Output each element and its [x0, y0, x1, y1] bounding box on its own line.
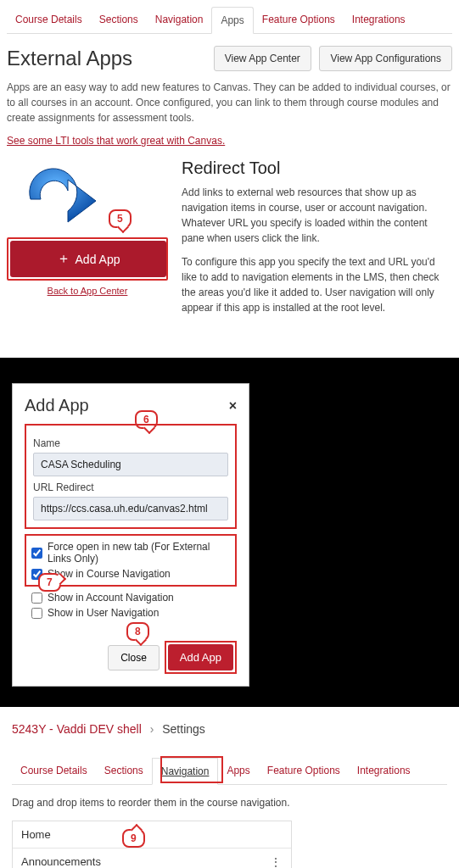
callout-5: 5 [109, 209, 132, 228]
tool-description-1: Add links to external web resources that… [182, 185, 452, 246]
nav-item-label: Announcements [21, 855, 101, 868]
tab-navigation[interactable]: Navigation [147, 7, 212, 33]
form-fields-highlight: Name URL Redirect [25, 424, 237, 529]
dialog-backdrop: Add App × 6 Name URL Redirect Force open… [0, 358, 459, 697]
add-app-highlight: ＋ Add App [7, 237, 168, 281]
breadcrumb: 5243Y - Vaddi DEV shell › Settings [12, 715, 447, 743]
add-app-submit-button[interactable]: Add App [168, 644, 233, 670]
url-field[interactable] [33, 497, 228, 520]
view-app-configurations-button[interactable]: View App Configurations [319, 46, 452, 71]
tab-navigation-2[interactable]: Navigation [152, 758, 219, 785]
callout-8: 8 [126, 622, 149, 641]
tab-course-details[interactable]: Course Details [7, 7, 91, 33]
breadcrumb-page: Settings [162, 722, 205, 736]
dialog-title: Add App [25, 396, 89, 415]
navigation-list: HomeAnnouncements⋮CASA Scheduling⋮Assign… [12, 821, 292, 868]
callout-7: 7 [38, 573, 61, 592]
chevron-right-icon: › [145, 722, 160, 736]
breadcrumb-course[interactable]: 5243Y - Vaddi DEV shell [12, 722, 142, 736]
intro-text: Apps are an easy way to add new features… [7, 80, 452, 125]
nav-item[interactable]: Announcements⋮ [13, 849, 291, 868]
redirect-arrow-icon [15, 159, 100, 226]
view-app-center-button[interactable]: View App Center [214, 46, 311, 71]
add-app-button[interactable]: ＋ Add App [10, 241, 166, 277]
tab-integrations[interactable]: Integrations [344, 7, 414, 33]
redirect-tool-left: 5 ＋ Add App Back to App Center [7, 159, 168, 324]
add-app-label: Add App [76, 253, 120, 266]
close-icon[interactable]: × [229, 398, 237, 414]
tab-sections-2[interactable]: Sections [96, 758, 152, 784]
tab-integrations-2[interactable]: Integrations [349, 758, 419, 784]
external-apps-panel: Course Details Sections Navigation Apps … [0, 0, 459, 358]
back-to-app-center-link[interactable]: Back to App Center [7, 286, 168, 296]
tool-description-2: To configure this app you specify the te… [182, 254, 452, 315]
add-app-submit-highlight: Add App [165, 641, 237, 674]
add-app-dialog: Add App × 6 Name URL Redirect Force open… [12, 383, 249, 687]
force-new-tab-checkbox[interactable] [31, 548, 42, 559]
nav-item[interactable]: Home [13, 821, 291, 849]
tab-course-details-2[interactable]: Course Details [12, 758, 96, 784]
tool-title: Redirect Tool [182, 159, 452, 178]
url-label: URL Redirect [33, 481, 228, 493]
page-title: External Apps [7, 47, 132, 70]
lti-tools-link[interactable]: See some LTI tools that work great with … [7, 135, 225, 147]
redirect-tool-right: Redirect Tool Add links to external web … [182, 159, 452, 324]
tab-sections[interactable]: Sections [91, 7, 147, 33]
name-label: Name [33, 437, 228, 449]
reorder-hint: Drag and drop items to reorder them in t… [12, 797, 447, 809]
show-user-nav-checkbox[interactable] [31, 608, 42, 619]
settings-tabs: Course Details Sections Navigation Apps … [7, 7, 452, 34]
plus-icon: ＋ [57, 250, 70, 268]
show-account-nav-label: Show in Account Navigation [48, 592, 174, 604]
nav-item-label: Home [21, 828, 51, 841]
tab-apps-2[interactable]: Apps [218, 758, 258, 784]
course-settings-panel: 5243Y - Vaddi DEV shell › Settings Cours… [0, 707, 459, 868]
tab-feature-options-2[interactable]: Feature Options [259, 758, 349, 784]
close-button[interactable]: Close [108, 645, 160, 670]
tab-apps[interactable]: Apps [211, 7, 253, 34]
settings-tabs-lower: Course Details Sections Navigation Apps … [12, 758, 447, 785]
kebab-menu-icon[interactable]: ⋮ [270, 856, 283, 868]
tab-feature-options[interactable]: Feature Options [254, 7, 344, 33]
force-new-tab-label: Force open in new tab (For External Link… [48, 541, 230, 565]
show-user-nav-label: Show in User Navigation [48, 607, 159, 619]
show-account-nav-checkbox[interactable] [31, 593, 42, 604]
name-field[interactable] [33, 453, 228, 476]
